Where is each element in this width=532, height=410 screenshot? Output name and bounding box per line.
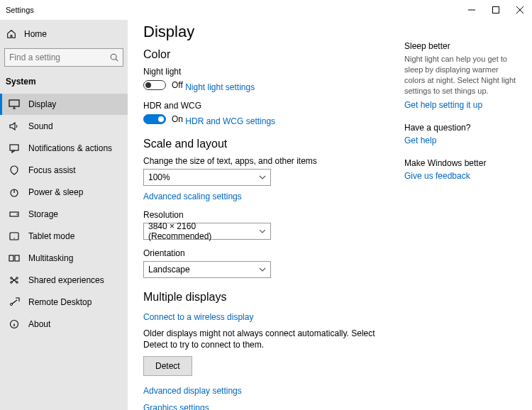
sidebar-item-label: Shared experiences bbox=[28, 275, 104, 285]
detect-note: Older displays might not always connect … bbox=[143, 328, 390, 350]
minimize-icon bbox=[468, 6, 475, 13]
about-icon bbox=[9, 318, 20, 330]
svg-point-1 bbox=[111, 54, 116, 60]
svg-point-14 bbox=[16, 282, 18, 284]
svg-point-11 bbox=[11, 277, 13, 279]
sidebar-item-label: Storage bbox=[28, 209, 58, 219]
question-title: Have a question? bbox=[404, 123, 518, 133]
hdr-state: On bbox=[172, 114, 183, 124]
svg-rect-9 bbox=[9, 255, 13, 261]
orientation-select[interactable]: Landscape bbox=[143, 261, 271, 278]
sound-icon bbox=[9, 121, 20, 132]
svg-rect-3 bbox=[10, 145, 18, 150]
sidebar-item-remote-desktop[interactable]: Remote Desktop bbox=[0, 292, 128, 313]
graphics-settings-link[interactable]: Graphics settings bbox=[143, 403, 209, 410]
sidebar-item-notifications[interactable]: Notifications & actions bbox=[0, 138, 128, 159]
hdr-label: HDR and WCG bbox=[143, 101, 390, 111]
search-input[interactable] bbox=[4, 48, 123, 67]
night-light-state: Off bbox=[172, 80, 183, 90]
focus-assist-icon bbox=[9, 165, 20, 176]
orientation-label: Orientation bbox=[143, 248, 390, 258]
page-title: Display bbox=[143, 23, 390, 41]
sidebar-item-power-sleep[interactable]: Power & sleep bbox=[0, 182, 128, 203]
night-light-label: Night light bbox=[143, 67, 390, 77]
get-help-link[interactable]: Get help bbox=[404, 135, 436, 145]
sidebar-item-label: Display bbox=[28, 99, 56, 109]
chevron-down-icon bbox=[259, 175, 266, 179]
sidebar-item-tablet-mode[interactable]: Tablet mode bbox=[0, 226, 128, 247]
svg-point-8 bbox=[13, 238, 14, 238]
chevron-down-icon bbox=[259, 229, 266, 233]
scale-select[interactable]: 100% bbox=[143, 169, 271, 186]
scale-label: Change the size of text, apps, and other… bbox=[143, 156, 390, 166]
sidebar-item-storage[interactable]: Storage bbox=[0, 204, 128, 225]
svg-rect-10 bbox=[15, 255, 19, 261]
tablet-icon bbox=[9, 231, 20, 242]
advanced-scaling-link[interactable]: Advanced scaling settings bbox=[143, 192, 242, 201]
feedback-link[interactable]: Give us feedback bbox=[404, 171, 470, 181]
sidebar-item-focus-assist[interactable]: Focus assist bbox=[0, 160, 128, 181]
night-light-toggle[interactable]: Off bbox=[143, 80, 183, 90]
scale-value: 100% bbox=[148, 172, 170, 182]
sidebar-item-sound[interactable]: Sound bbox=[0, 116, 128, 137]
night-light-settings-link[interactable]: Night light settings bbox=[185, 82, 255, 92]
maximize-button[interactable] bbox=[484, 0, 508, 20]
sidebar-item-label: Notifications & actions bbox=[28, 143, 112, 153]
sleep-better-body: Night light can help you get to sleep by… bbox=[404, 54, 518, 96]
sleep-better-title: Sleep better bbox=[404, 41, 518, 51]
svg-rect-2 bbox=[9, 100, 19, 106]
home-icon bbox=[6, 28, 17, 40]
sidebar-item-label: Tablet mode bbox=[28, 231, 74, 241]
help-panel: Sleep better Night light can help you ge… bbox=[404, 23, 518, 403]
hdr-settings-link[interactable]: HDR and WCG settings bbox=[185, 116, 275, 126]
category-title: System bbox=[0, 75, 128, 94]
content-area: Display Color Night light Off Night ligh… bbox=[128, 20, 532, 410]
sidebar: Home System Display Sound Notifications … bbox=[0, 20, 128, 410]
display-icon bbox=[9, 99, 20, 110]
sidebar-item-label: Sound bbox=[28, 121, 53, 131]
scale-heading: Scale and layout bbox=[143, 138, 390, 150]
advanced-display-link[interactable]: Advanced display settings bbox=[143, 386, 242, 396]
color-heading: Color bbox=[143, 48, 390, 61]
sidebar-item-label: Power & sleep bbox=[28, 187, 83, 197]
svg-point-6 bbox=[16, 214, 18, 215]
notifications-icon bbox=[9, 143, 20, 154]
power-icon bbox=[9, 187, 20, 198]
sidebar-item-multitasking[interactable]: Multitasking bbox=[0, 248, 128, 269]
search-icon bbox=[109, 52, 119, 62]
detect-button[interactable]: Detect bbox=[143, 356, 192, 376]
sidebar-item-label: About bbox=[28, 319, 50, 329]
search-wrap bbox=[0, 48, 128, 75]
sleep-better-link[interactable]: Get help setting it up bbox=[404, 100, 482, 110]
orientation-value: Landscape bbox=[148, 265, 190, 275]
sidebar-item-display[interactable]: Display bbox=[0, 94, 128, 115]
multitasking-icon bbox=[9, 253, 20, 264]
remote-icon bbox=[9, 297, 20, 308]
sidebar-item-label: Remote Desktop bbox=[28, 297, 92, 307]
svg-rect-0 bbox=[493, 7, 499, 13]
sidebar-item-about[interactable]: About bbox=[0, 314, 128, 335]
resolution-label: Resolution bbox=[143, 210, 390, 220]
resolution-value: 3840 × 2160 (Recommended) bbox=[148, 221, 259, 241]
window-title: Settings bbox=[0, 6, 34, 14]
close-button[interactable] bbox=[508, 0, 532, 20]
window-controls bbox=[460, 0, 532, 20]
home-nav[interactable]: Home bbox=[0, 24, 128, 48]
storage-icon bbox=[9, 209, 20, 220]
svg-point-13 bbox=[16, 277, 18, 279]
svg-point-12 bbox=[11, 282, 13, 284]
titlebar: Settings bbox=[0, 0, 532, 20]
sidebar-item-label: Multitasking bbox=[28, 253, 73, 263]
main-panel: Display Color Night light Off Night ligh… bbox=[143, 23, 404, 403]
multi-heading: Multiple displays bbox=[143, 291, 390, 304]
svg-point-15 bbox=[11, 304, 13, 306]
shared-icon bbox=[9, 275, 20, 286]
minimize-button[interactable] bbox=[460, 0, 484, 20]
resolution-select[interactable]: 3840 × 2160 (Recommended) bbox=[143, 223, 271, 240]
home-label: Home bbox=[24, 29, 47, 39]
hdr-toggle[interactable]: On bbox=[143, 114, 183, 124]
better-title: Make Windows better bbox=[404, 158, 518, 168]
maximize-icon bbox=[492, 6, 499, 13]
sidebar-item-shared-experiences[interactable]: Shared experiences bbox=[0, 270, 128, 291]
connect-wireless-link[interactable]: Connect to a wireless display bbox=[143, 312, 253, 322]
